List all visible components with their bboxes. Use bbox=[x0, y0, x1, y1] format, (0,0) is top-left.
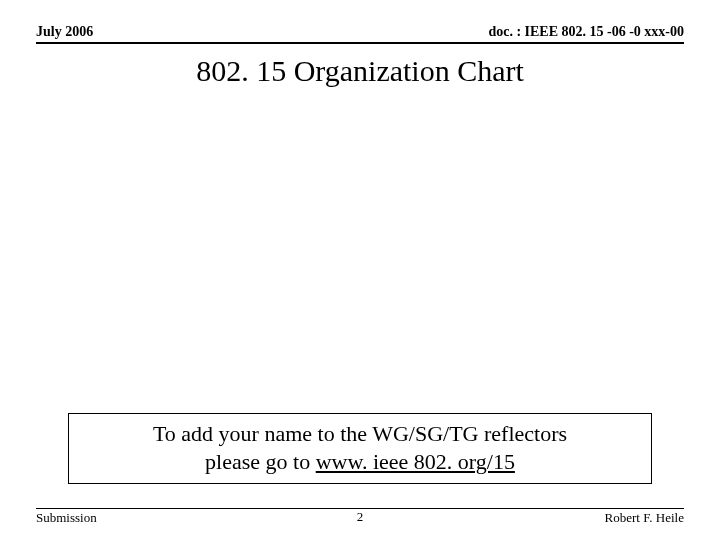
header-date: July 2006 bbox=[36, 24, 93, 40]
reflector-link[interactable]: www. ieee 802. org/15 bbox=[316, 449, 515, 474]
note-line-1: To add your name to the WG/SG/TG reflect… bbox=[77, 420, 643, 448]
note-prefix: please go to bbox=[205, 449, 316, 474]
footer-left: Submission bbox=[36, 510, 97, 526]
note-line-2: please go to www. ieee 802. org/15 bbox=[77, 448, 643, 476]
header-bar: July 2006 doc. : IEEE 802. 15 -06 -0 xxx… bbox=[36, 24, 684, 44]
page-title: 802. 15 Organization Chart bbox=[36, 54, 684, 88]
reflector-note: To add your name to the WG/SG/TG reflect… bbox=[68, 413, 652, 484]
header-docref: doc. : IEEE 802. 15 -06 -0 xxx-00 bbox=[488, 24, 684, 40]
footer-bar: Submission Robert F. Heile 2 bbox=[36, 508, 684, 526]
footer-right: Robert F. Heile bbox=[605, 510, 684, 526]
slide-page: July 2006 doc. : IEEE 802. 15 -06 -0 xxx… bbox=[0, 0, 720, 540]
